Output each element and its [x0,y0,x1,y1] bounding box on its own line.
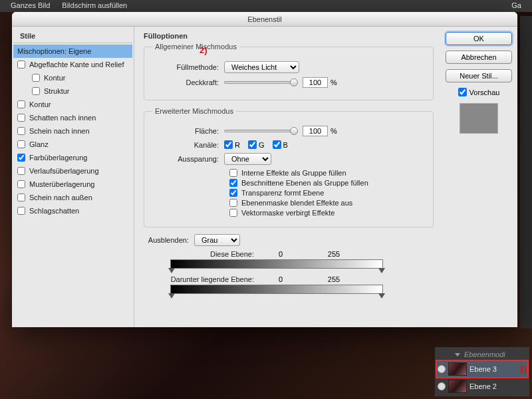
channel-r[interactable]: R [224,140,240,149]
style-row[interactable]: Verlaufsüberlagerung [13,164,132,178]
style-row[interactable]: Schlagschatten [13,204,132,217]
layer-thumbnail [448,380,467,393]
style-row[interactable]: Glanz [13,138,132,151]
annotation-2: 2) [200,45,207,55]
style-label: Schein nach außen [29,194,92,201]
cancel-button[interactable]: Abbrechen [446,51,512,64]
style-label: Abgeflachte Kante und Relief [29,61,124,68]
style-checkbox[interactable] [32,74,40,82]
channel-g[interactable]: G [248,140,265,149]
menu-ganzes-bild[interactable]: Ganzes Bild [11,1,50,11]
layers-panel: Ebenenmodi Ebene 31)Ebene 2 [435,347,529,396]
opacity-input[interactable] [303,77,328,88]
layer-row[interactable]: Ebene 31) [436,360,528,378]
opt-layer-mask-hides[interactable]: Ebenenmaske blendet Effekte aus [229,199,425,207]
blend-mode-select[interactable]: Weiches Licht [224,61,299,73]
fill-opacity-input[interactable] [303,126,328,136]
style-label: Musterüberlagerung [29,180,94,188]
knockout-label: Aussparung: [152,155,224,163]
layer-thumbnail [448,362,467,376]
style-row[interactable]: Kontur [13,98,132,111]
opt-internal-effects[interactable]: Interne Effekte als Gruppe füllen [229,169,425,177]
style-label: Kontur [29,100,51,108]
layer-style-dialog: Ebenenstil Stile Mischoptionen: EigeneAb… [12,12,517,327]
general-blend-group: Allgemeiner Mischmodus Füllmethode: Weic… [144,43,434,100]
style-checkbox[interactable] [17,167,25,175]
underlying-layer-label: Darunter liegende Ebene: [144,275,254,283]
styles-sidebar: Stile Mischoptionen: EigeneAbgeflachte K… [12,27,134,327]
fill-options-heading: Fülloptionen [144,32,434,40]
annotation-1: 1) [519,364,527,374]
opt-clipped-layers[interactable]: Beschnittene Ebenen als Gruppe füllen [229,179,425,187]
fill-opacity-label: Fläche: [152,127,224,135]
blend-if-label: Ausblenden: [144,236,194,244]
menu-bildschirm-ausfuellen[interactable]: Bildschirm ausfüllen [62,1,127,11]
opacity-label: Deckkraft: [152,78,224,86]
style-checkbox[interactable] [17,100,25,108]
layer-name: Ebene 3 [469,365,517,373]
opt-vector-mask-hides[interactable]: Vektormaske verbirgt Effekte [229,209,425,217]
preview-checkbox[interactable]: Vorschau [446,88,512,96]
style-label: Schatten nach innen [29,114,96,122]
style-label: Mischoptionen: Eigene [17,47,91,55]
style-row[interactable]: Musterüberlagerung [13,178,132,191]
channel-b[interactable]: B [273,140,288,149]
dialog-title: Ebenenstil [12,12,517,27]
style-label: Farbüberlagerung [29,154,87,162]
style-row[interactable]: Schein nach außen [13,191,132,204]
style-checkbox[interactable] [17,61,25,68]
dialog-buttons: OK Abbrechen Neuer Stil... Vorschau [440,27,517,327]
style-checkbox[interactable] [17,154,25,162]
layer-row[interactable]: Ebene 2 [436,378,528,395]
style-row[interactable]: Schein nach innen [13,124,132,138]
styles-heading: Stile [13,29,132,43]
advanced-blend-legend: Erweiterter Mischmodus [152,107,236,115]
visibility-eye-icon[interactable] [438,382,446,390]
this-layer-label: Diese Ebene: [144,250,254,258]
pct-label: % [331,127,337,135]
knockout-select[interactable]: Ohne [224,153,271,165]
pct-label: % [331,78,337,86]
this-layer-gradient[interactable] [170,259,383,269]
style-row[interactable]: Kontur [13,71,132,84]
style-checkbox[interactable] [17,180,25,188]
style-checkbox[interactable] [17,114,25,122]
style-checkbox[interactable] [17,194,25,201]
blend-modes-toggle[interactable]: Ebenenmodi [436,348,528,360]
app-topbar: Ganzes Bild Bildschirm ausfüllen Ga [0,0,532,12]
new-style-button[interactable]: Neuer Stil... [446,69,512,82]
general-blend-legend: Allgemeiner Mischmodus [152,43,239,51]
style-checkbox[interactable] [32,87,40,95]
underlying-layer-gradient[interactable] [170,285,383,294]
opt-transparency-shapes[interactable]: Transparenz formt Ebene [229,189,425,197]
ok-button[interactable]: OK [446,32,512,45]
style-label: Kontur [44,74,65,82]
style-row[interactable]: Abgeflachte Kante und Relief [13,58,132,71]
style-label: Schlagschatten [29,207,79,215]
channels-label: Kanäle: [152,141,224,149]
style-checkbox[interactable] [17,207,25,215]
advanced-blend-group: Erweiterter Mischmodus Fläche: % Kanäle:… [144,107,434,227]
style-label: Struktur [44,87,70,95]
layer-name: Ebene 2 [469,382,527,390]
opacity-slider[interactable] [224,81,297,84]
style-checkbox[interactable] [17,140,25,148]
options-panel: Fülloptionen 2) Allgemeiner Mischmodus F… [134,27,440,327]
preview-swatch [460,103,498,134]
style-label: Verlaufsüberlagerung [29,167,99,175]
blend-if-select[interactable]: Grau [194,234,240,246]
visibility-eye-icon[interactable] [438,365,446,373]
blend-mode-label: Füllmethode: [152,63,224,71]
style-label: Schein nach innen [29,127,90,135]
style-row[interactable]: Schatten nach innen [13,111,132,124]
style-label: Glanz [29,140,49,148]
style-row[interactable]: Struktur [13,84,132,98]
fill-opacity-slider[interactable] [224,130,297,132]
style-row[interactable]: Mischoptionen: Eigene [13,45,132,58]
style-row[interactable]: Farbüberlagerung [13,151,132,164]
style-checkbox[interactable] [17,127,25,135]
menu-item[interactable]: Ga [511,1,521,11]
